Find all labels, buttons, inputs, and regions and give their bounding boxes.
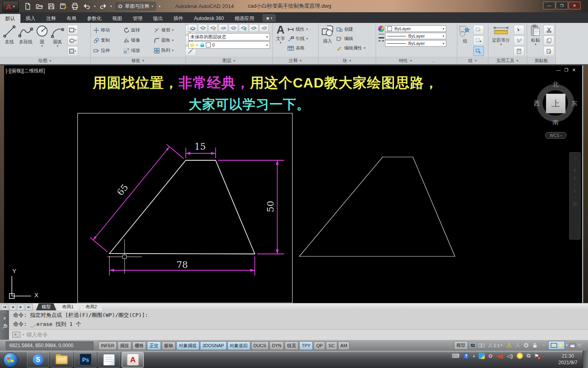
keyboard-icon[interactable]: ⌨: [452, 353, 459, 359]
tab-layout1[interactable]: 布局1: [56, 303, 80, 311]
flower-icon[interactable]: ✿: [488, 353, 493, 359]
layer-off-button[interactable]: [208, 24, 218, 32]
tab-layout2[interactable]: 布局2: [80, 303, 103, 311]
layer-isolate-button[interactable]: [218, 24, 228, 32]
scale-tool[interactable]: 缩放: [124, 45, 154, 56]
clean-screen-icon[interactable]: [569, 342, 576, 349]
chevron-down-icon[interactable]: ▾: [574, 196, 576, 199]
doc-close-button[interactable]: ✕: [572, 67, 576, 73]
taskbar-app-notepad[interactable]: [98, 352, 120, 368]
toggle-ducs[interactable]: DUCS: [251, 341, 269, 350]
mirror-tool[interactable]: 镜像: [124, 35, 154, 45]
panel-label-draw[interactable]: 绘图▼: [0, 57, 90, 64]
ribbon-tab-output[interactable]: 输出: [148, 14, 168, 23]
panel-label-clipboard[interactable]: 剪贴板: [527, 57, 555, 64]
ribbon-tab-default[interactable]: 默认: [0, 14, 20, 23]
annotation-autoscale-icon[interactable]: 人: [514, 342, 521, 349]
toggle-infer[interactable]: INFER: [98, 341, 117, 350]
lineweight-dropdown[interactable]: ByLayer▾: [385, 33, 446, 39]
workspace-switcher[interactable]: 草图与注释 ▾: [115, 2, 156, 11]
toolbar-lock-icon[interactable]: [531, 342, 539, 349]
command-prompt-icon[interactable]: >_: [12, 332, 20, 338]
performance-tuner-icon[interactable]: ◔: [540, 342, 547, 349]
taskbar-app-autocad[interactable]: A: [122, 352, 144, 368]
workspace-gear-icon[interactable]: [523, 342, 530, 349]
chevron-down-icon[interactable]: ▾: [574, 163, 576, 166]
measure-tool[interactable]: 定距等分 ▾: [490, 23, 512, 57]
group-tool[interactable]: 组: [459, 23, 471, 57]
line-tool[interactable]: 直线: [2, 23, 16, 57]
toggle-dyn[interactable]: DYN: [270, 341, 284, 350]
paste-special-button[interactable]: [543, 46, 554, 56]
dim-text-bottom[interactable]: 78: [176, 260, 188, 270]
toggle-transparency[interactable]: TPY: [299, 341, 313, 350]
hatch-tool[interactable]: ▾: [67, 46, 78, 56]
ribbon-tab-annotate[interactable]: 注释: [41, 14, 61, 23]
point-style-button[interactable]: [514, 36, 524, 45]
tab-model[interactable]: 模型: [36, 303, 56, 311]
panel-label-annotate[interactable]: 注释▼: [273, 57, 318, 64]
text-tool[interactable]: A 文字 ▾: [276, 23, 285, 57]
save-button[interactable]: [47, 2, 56, 10]
ribbon-tab-manage[interactable]: 管理: [127, 14, 148, 23]
dim-aligned-lines[interactable]: [90, 144, 184, 252]
taskbar-clock[interactable]: 21:30 2021/9/7: [558, 353, 577, 366]
rotate-tool[interactable]: 旋转: [124, 25, 154, 35]
taskbar-app-sogou[interactable]: S: [27, 352, 49, 368]
layer-dropdown[interactable]: ☀ 0 ▾: [188, 41, 270, 49]
chevron-down-icon[interactable]: ▾: [22, 333, 24, 337]
redo-button[interactable]: [98, 2, 107, 10]
panel-label-modify[interactable]: 修改▼: [91, 57, 185, 64]
trapezoid-dimensioned[interactable]: [109, 160, 255, 254]
tab-nav-prev[interactable]: ◀: [9, 304, 16, 310]
steering-wheel-icon[interactable]: ◎: [572, 155, 577, 161]
wcs-menu[interactable]: WCS▾: [545, 132, 566, 139]
quick-calculator-button[interactable]: [514, 46, 524, 56]
open-file-button[interactable]: [35, 2, 44, 10]
circle-tool[interactable]: 圆▾: [35, 23, 49, 57]
status-menu-arrow[interactable]: ▾: [566, 343, 568, 347]
red-speaker-icon[interactable]: ◀▮: [497, 353, 503, 359]
help-icon[interactable]: ?: [463, 353, 469, 359]
minimize-button[interactable]: —: [543, 2, 555, 9]
panel-label-properties[interactable]: 特性▼⌟: [376, 57, 457, 64]
toggle-ortho[interactable]: 正交: [147, 341, 161, 350]
toggle-qp[interactable]: QP: [314, 341, 325, 350]
dim-text-left[interactable]: 65: [115, 182, 130, 197]
start-button[interactable]: [3, 352, 18, 367]
toggle-snap[interactable]: 捕捉: [118, 341, 131, 350]
tab-nav-next[interactable]: ▶: [17, 304, 24, 310]
insert-block-tool[interactable]: 插入: [321, 23, 334, 57]
application-menu-button[interactable]: A▼: [2, 1, 19, 13]
panel-launcher-icon[interactable]: ⌟: [433, 59, 434, 63]
linear-dimension-tool[interactable]: 线性▾: [287, 25, 308, 34]
layer-state-button[interactable]: [198, 24, 207, 32]
taskbar-app-photoshop[interactable]: Ps: [74, 352, 96, 368]
customize-wrench-icon[interactable]: [2, 324, 7, 329]
drag-grip-icon[interactable]: ∷∷: [2, 311, 7, 314]
toggle-osnap[interactable]: 对象捕捉: [176, 341, 199, 350]
layer-state-dropdown[interactable]: 未保存的图层状态 ▾: [188, 33, 270, 40]
group-add-button[interactable]: [473, 36, 484, 45]
dim-text-right[interactable]: 50: [265, 201, 276, 212]
layer-match-button[interactable]: [249, 24, 258, 32]
copy-tool[interactable]: 复制: [94, 35, 124, 45]
stretch-tool[interactable]: 拉伸: [94, 45, 124, 56]
orbit-icon[interactable]: ✛: [573, 188, 577, 194]
toggle-3dosnap[interactable]: 3DOSNAP: [200, 341, 227, 350]
paste-tool[interactable]: 粘贴 ▾: [529, 23, 542, 57]
create-block-tool[interactable]: 创建: [336, 25, 365, 34]
layer-lock-button[interactable]: [239, 24, 248, 32]
smiley-icon[interactable]: [517, 352, 523, 359]
undo-dropdown-arrow[interactable]: ▾: [94, 4, 96, 8]
plot-button[interactable]: [70, 2, 79, 10]
trim-tool[interactable]: 修剪▾: [154, 25, 184, 35]
ribbon-tab-insert[interactable]: 插入: [20, 14, 41, 23]
action-center-flag-icon[interactable]: ⚑✕: [534, 353, 539, 359]
doc-restore-button[interactable]: ❐: [564, 67, 568, 73]
command-input-placeholder[interactable]: 键入命令: [27, 331, 48, 339]
annotation-scale-button[interactable]: 人1:1▾: [486, 341, 504, 349]
viewcube-top-face[interactable]: 上: [546, 94, 566, 113]
ribbon-tab-layout[interactable]: 布局: [61, 14, 82, 23]
edit-attributes-tool[interactable]: 编辑属性▾: [336, 43, 365, 53]
